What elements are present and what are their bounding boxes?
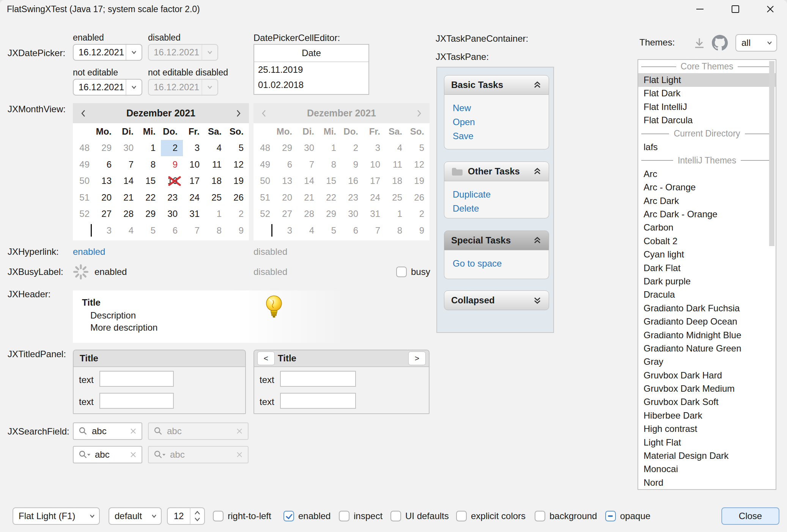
download-icon[interactable] xyxy=(692,36,707,51)
task-link[interactable]: Open xyxy=(453,115,549,129)
theme-list-item[interactable]: Arc xyxy=(638,167,776,180)
theme-list-item[interactable]: Gruvbox Dark Soft xyxy=(638,395,776,409)
theme-list-item[interactable]: Gruvbox Dark Hard xyxy=(638,369,776,382)
theme-list-item[interactable]: lafs xyxy=(638,140,776,154)
taskpane-collapsed-header[interactable]: Collapsed xyxy=(444,290,549,310)
calendar-cell[interactable]: 4 xyxy=(117,222,139,239)
spinner-buttons[interactable] xyxy=(190,508,204,524)
calendar-cell[interactable]: 3 xyxy=(95,222,117,239)
theme-list-item[interactable]: Cobalt 2 xyxy=(638,234,776,248)
calendar-cell[interactable]: 16 xyxy=(161,173,183,190)
theme-list-item[interactable]: Carbon xyxy=(638,221,776,234)
calendar-cell[interactable]: 20 xyxy=(95,189,117,206)
theme-list-item[interactable]: Flat Dark xyxy=(638,87,776,100)
datepicker-value[interactable]: 16.12.2021 xyxy=(74,47,126,58)
calendar-cell[interactable]: 26 xyxy=(227,189,249,206)
rtl-checkbox[interactable] xyxy=(213,511,224,521)
calendar-cell[interactable]: 19 xyxy=(227,173,249,190)
calendar-cell[interactable]: 30 xyxy=(161,206,183,223)
calendar-cell[interactable]: 10 xyxy=(183,156,205,173)
style-combo[interactable]: default xyxy=(109,507,162,525)
calendar-cell[interactable]: 15 xyxy=(139,173,161,190)
expand-icon[interactable] xyxy=(533,296,542,305)
calendar-cell[interactable]: 25 xyxy=(205,189,227,206)
calendar-cell[interactable]: 23 xyxy=(161,189,183,206)
calendar-cell[interactable]: 31 xyxy=(183,206,205,223)
task-link[interactable]: Duplicate xyxy=(453,187,549,201)
inspect-checkbox[interactable] xyxy=(339,511,349,521)
chevron-right-icon[interactable] xyxy=(234,108,243,118)
enabled-checkbox[interactable] xyxy=(283,511,294,521)
calendar-cell[interactable]: 18 xyxy=(205,173,227,190)
calendar-cell[interactable]: 3 xyxy=(183,140,205,157)
calendar-cell[interactable]: 6 xyxy=(161,222,183,239)
calendar-cell[interactable]: 11 xyxy=(205,156,227,173)
calendar-cell[interactable]: 21 xyxy=(117,189,139,206)
font-size-value[interactable]: 12 xyxy=(168,508,190,524)
explicit-colors-checkbox[interactable] xyxy=(456,511,467,521)
hyperlink-enabled[interactable]: enabled xyxy=(73,246,105,257)
search-input[interactable]: abc xyxy=(95,449,126,460)
theme-list-item[interactable]: Gray xyxy=(638,355,776,369)
search-input[interactable]: abc xyxy=(92,426,126,436)
text-input[interactable] xyxy=(99,393,174,409)
theme-list-item[interactable]: Dark Flat xyxy=(638,261,776,275)
calendar-cell[interactable]: 30 xyxy=(117,140,139,157)
calendar-cell[interactable]: 29 xyxy=(139,206,161,223)
calendar-cell[interactable]: 9 xyxy=(227,222,249,239)
font-size-spinner[interactable]: 12 xyxy=(167,507,205,525)
background-checkbox[interactable] xyxy=(535,511,545,521)
calendar-cell[interactable]: 2 xyxy=(161,140,183,157)
chevron-left-icon[interactable] xyxy=(79,108,88,118)
calendar-cell[interactable]: 8 xyxy=(205,222,227,239)
theme-list-item[interactable]: Dark purple xyxy=(638,275,776,288)
chevron-down-icon[interactable] xyxy=(126,45,142,60)
opaque-checkbox[interactable] xyxy=(605,511,616,521)
search-field-enabled[interactable]: abc xyxy=(73,422,142,440)
laf-combo[interactable]: Flat Light (F1) xyxy=(13,507,100,525)
theme-list-item[interactable]: Arc - Orange xyxy=(638,181,776,194)
calendar-cell[interactable]: 29 xyxy=(95,140,117,157)
datepicker-enabled[interactable]: 16.12.2021 xyxy=(73,44,142,61)
clear-icon[interactable] xyxy=(129,427,137,435)
clear-icon[interactable] xyxy=(129,451,137,458)
calendar-cell[interactable]: 7 xyxy=(183,222,205,239)
calendar-cell[interactable]: 8 xyxy=(139,156,161,173)
prev-button[interactable]: < xyxy=(257,352,275,365)
next-button[interactable]: > xyxy=(408,352,426,365)
collapse-icon[interactable] xyxy=(533,167,542,176)
theme-list-item[interactable]: Gradianto Deep Ocean xyxy=(638,315,776,328)
calendar-cell[interactable]: 7 xyxy=(117,156,139,173)
close-button[interactable]: Close xyxy=(721,507,779,525)
taskpane-special-header[interactable]: Special Tasks xyxy=(444,231,549,250)
theme-list-item[interactable]: Gruvbox Dark Medium xyxy=(638,382,776,395)
collapse-icon[interactable] xyxy=(533,236,542,245)
themes-filter-combo[interactable]: all xyxy=(735,34,777,52)
theme-list-item[interactable]: Material Design Dark xyxy=(638,449,776,462)
calendar-cell[interactable]: 5 xyxy=(139,222,161,239)
chevron-up-icon[interactable] xyxy=(194,510,201,516)
theme-list-item[interactable]: Dracula xyxy=(638,288,776,301)
calendar-cell[interactable]: 27 xyxy=(95,206,117,223)
busy-checkbox[interactable] xyxy=(396,267,407,277)
maximize-button[interactable] xyxy=(723,0,748,18)
text-input[interactable] xyxy=(99,371,174,387)
scrollbar-thumb[interactable] xyxy=(769,61,774,246)
taskpane-other-header[interactable]: Other Tasks xyxy=(444,162,549,181)
calendar-cell[interactable]: 9 xyxy=(161,156,183,173)
task-link[interactable]: Delete xyxy=(453,201,549,215)
theme-list-item[interactable]: Flat Darcula xyxy=(638,114,776,127)
chevron-down-icon[interactable] xyxy=(194,516,201,522)
theme-list-item[interactable]: Gradianto Midnight Blue xyxy=(638,328,776,342)
calendar-cell[interactable]: 1 xyxy=(139,140,161,157)
datepicker-not-editable[interactable]: 16.12.2021 xyxy=(73,79,142,96)
theme-list-item[interactable]: Arc Dark - Orange xyxy=(638,207,776,221)
collapse-icon[interactable] xyxy=(533,80,542,89)
theme-list-item[interactable]: Hiberbee Dark xyxy=(638,409,776,422)
task-link[interactable]: New xyxy=(453,101,549,115)
calendar-cell[interactable]: 14 xyxy=(117,173,139,190)
taskpane-basic-header[interactable]: Basic Tasks xyxy=(444,75,549,95)
theme-list-item[interactable]: High contrast xyxy=(638,422,776,436)
theme-list-item[interactable]: Monocai xyxy=(638,463,776,476)
task-link[interactable]: Go to space xyxy=(453,256,549,270)
